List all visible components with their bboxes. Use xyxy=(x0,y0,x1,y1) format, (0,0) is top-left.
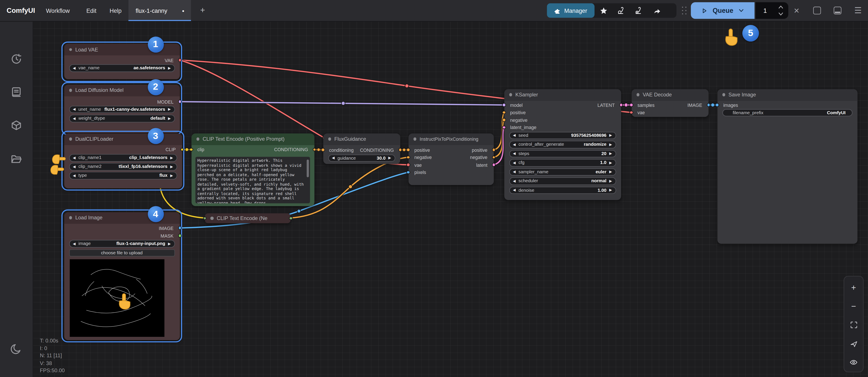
node-save-image[interactable]: Save Image images filename_prefix ComfyU… xyxy=(717,89,857,243)
node-header[interactable]: FluxGuidance xyxy=(323,133,400,145)
node-vae-decode[interactable]: VAE Decode samples vae IMAGE xyxy=(631,89,708,117)
node-library-icon[interactable] xyxy=(10,86,23,98)
port-negative-input[interactable] xyxy=(502,118,506,122)
widget-denoise[interactable]: ◀ denoise 1.00 ▶ xyxy=(509,186,616,194)
left-arrow-icon[interactable]: ◀ xyxy=(513,161,516,165)
right-arrow-icon[interactable]: ▶ xyxy=(170,173,173,178)
widget-seed[interactable]: ◀ seed 93575625408696 ▶ xyxy=(509,132,616,139)
port-pixels-input[interactable] xyxy=(406,171,410,174)
right-arrow-icon[interactable]: ▶ xyxy=(168,116,171,120)
port-negative-input[interactable] xyxy=(406,155,410,159)
node-header[interactable]: CLIP Text Encode (Positive Prompt) xyxy=(191,133,314,145)
collapse-dot-icon[interactable] xyxy=(69,138,72,141)
right-arrow-icon[interactable]: ▶ xyxy=(170,155,173,160)
spinner-up-icon[interactable] xyxy=(778,4,784,9)
right-arrow-icon[interactable]: ▶ xyxy=(609,133,612,138)
widget-clip-name2[interactable]: ◀ clip_name2 t5xxl_fp16.safetensors ▶ xyxy=(69,163,177,170)
maximize-icon[interactable] xyxy=(812,5,823,16)
port-latent-output[interactable] xyxy=(619,103,623,107)
left-arrow-icon[interactable]: ◀ xyxy=(513,179,516,183)
workflows-folder-icon[interactable] xyxy=(10,153,23,166)
port-vae-input[interactable] xyxy=(629,111,633,114)
left-arrow-icon[interactable]: ◀ xyxy=(513,188,516,192)
collapse-dot-icon[interactable] xyxy=(196,138,199,141)
node-clip-text-encode-positive[interactable]: CLIP Text Encode (Positive Prompt) clip … xyxy=(191,133,314,206)
toggle-link-visibility-button[interactable] xyxy=(844,354,863,371)
left-arrow-icon[interactable]: ◀ xyxy=(73,173,75,178)
zoom-in-button[interactable]: + xyxy=(844,279,863,295)
right-arrow-icon[interactable]: ▶ xyxy=(609,170,612,174)
workflow-tab[interactable]: flux-1-canny ● xyxy=(128,0,191,21)
widget-scheduler[interactable]: ◀ scheduler normal ▶ xyxy=(509,177,616,184)
queue-button[interactable]: Queue xyxy=(691,2,754,19)
port-clip-input[interactable] xyxy=(189,148,193,151)
left-arrow-icon[interactable]: ◀ xyxy=(513,170,516,174)
settings-gear-icon[interactable] xyxy=(10,376,23,377)
collapse-dot-icon[interactable] xyxy=(210,216,213,220)
collapse-dot-icon[interactable] xyxy=(722,93,725,96)
right-arrow-icon[interactable]: ▶ xyxy=(168,107,171,111)
right-arrow-icon[interactable]: ▶ xyxy=(168,241,171,246)
port-latent-image-input[interactable] xyxy=(502,125,506,129)
manager-button[interactable]: Manager xyxy=(547,3,594,18)
queue-drag-handle-icon[interactable] xyxy=(682,7,688,15)
left-arrow-icon[interactable]: ◀ xyxy=(513,151,516,156)
vacuum-clean-alt-icon[interactable] xyxy=(632,4,645,17)
right-arrow-icon[interactable]: ▶ xyxy=(609,188,612,192)
widget-unet-name[interactable]: ◀ unet_name flux1-canny-dev.safetensors … xyxy=(69,106,175,113)
node-header[interactable]: KSampler xyxy=(504,89,621,100)
widget-filename-prefix[interactable]: filename_prefix ComfyUI xyxy=(722,109,852,116)
right-arrow-icon[interactable]: ▶ xyxy=(609,151,612,156)
collapse-dot-icon[interactable] xyxy=(69,216,72,219)
port-model-input[interactable] xyxy=(502,103,506,107)
port-image-output[interactable] xyxy=(178,226,182,230)
collapse-dot-icon[interactable] xyxy=(328,138,331,141)
widget-steps[interactable]: ◀ steps 20 ▶ xyxy=(509,150,616,157)
port-vae-output[interactable] xyxy=(178,58,182,62)
collapse-dot-icon[interactable] xyxy=(509,93,512,96)
theme-moon-icon[interactable] xyxy=(10,343,23,355)
node-dual-clip-loader[interactable]: DualCLIPLoader CLIP ◀ clip_name1 clip_l.… xyxy=(64,133,182,188)
select-mode-button[interactable] xyxy=(844,335,863,352)
widget-image[interactable]: ◀ image flux-1-canny-input.png ▶ xyxy=(69,240,175,248)
right-arrow-icon[interactable]: ▶ xyxy=(170,165,173,169)
right-arrow-icon[interactable]: ▶ xyxy=(609,179,612,183)
model-library-icon[interactable] xyxy=(10,119,23,132)
node-load-image[interactable]: Load Image IMAGE MASK ◀ image flux-1-can… xyxy=(64,212,180,340)
port-vae-input[interactable] xyxy=(406,163,410,167)
node-instruct-pix2pix-conditioning[interactable]: InstructPixToPixConditioning positive ne… xyxy=(408,133,493,185)
node-flux-guidance[interactable]: FluxGuidance conditioning CONDITIONING ◀… xyxy=(323,133,400,164)
prompt-textarea[interactable]: Hyperrealistic digital artwork. This hyp… xyxy=(195,157,310,203)
menu-help[interactable]: Help xyxy=(110,0,122,21)
right-arrow-icon[interactable]: ▶ xyxy=(168,66,171,70)
widget-vae-name[interactable]: ◀ vae_name ae.safetensors ▶ xyxy=(69,64,175,72)
collapse-dot-icon[interactable] xyxy=(413,138,416,141)
left-arrow-icon[interactable]: ◀ xyxy=(73,116,75,120)
collapse-dot-icon[interactable] xyxy=(69,89,72,92)
collapsed-output-dot[interactable] xyxy=(289,216,293,220)
batch-count-spinner[interactable]: 1 xyxy=(755,2,788,19)
vacuum-clean-icon[interactable] xyxy=(615,4,628,17)
port-positive-input[interactable] xyxy=(406,148,410,152)
collapse-dot-icon[interactable] xyxy=(636,93,639,96)
node-header[interactable]: VAE Decode xyxy=(631,89,708,100)
port-samples-input[interactable] xyxy=(629,103,633,107)
port-model-output[interactable] xyxy=(178,100,182,104)
port-negative-output[interactable] xyxy=(492,155,496,159)
textarea-scrollbar[interactable] xyxy=(307,160,309,177)
node-graph-canvas[interactable]: Load VAE VAE ◀ vae_name ae.safetensors ▶… xyxy=(33,21,868,377)
node-header[interactable]: InstructPixToPixConditioning xyxy=(408,133,493,145)
port-images-input[interactable] xyxy=(715,103,719,107)
right-arrow-icon[interactable]: ▶ xyxy=(389,156,391,160)
left-arrow-icon[interactable]: ◀ xyxy=(513,133,516,138)
left-arrow-icon[interactable]: ◀ xyxy=(73,66,75,70)
left-arrow-icon[interactable]: ◀ xyxy=(73,241,75,246)
widget-sampler-name[interactable]: ◀ sampler_name euler ▶ xyxy=(509,168,616,175)
left-arrow-icon[interactable]: ◀ xyxy=(73,155,75,160)
widget-control-after-generate[interactable]: ◀ control_after_generate randomize ▶ xyxy=(509,141,616,148)
widget-cfg[interactable]: ◀ cfg 1.0 ▶ xyxy=(509,159,616,166)
left-arrow-icon[interactable]: ◀ xyxy=(513,142,516,147)
widget-type[interactable]: ◀ type flux ▶ xyxy=(69,172,177,179)
port-conditioning-output[interactable] xyxy=(312,148,316,151)
choose-file-button[interactable]: choose file to upload xyxy=(69,249,175,257)
